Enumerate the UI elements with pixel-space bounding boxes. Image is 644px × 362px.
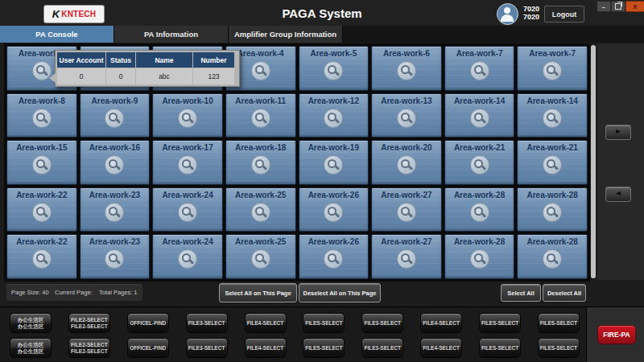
area-cell[interactable]: Area-work-20 [371, 140, 442, 185]
area-cell[interactable]: Area-work-13 [371, 93, 442, 138]
area-cell[interactable]: Area-work-15 [6, 140, 77, 185]
next-page-arrow-button[interactable]: ► [605, 125, 631, 140]
zone-preset-button[interactable]: FILE4-SELECT [420, 338, 462, 358]
zone-preset-button[interactable]: FILE3-SELECT [186, 313, 228, 333]
area-cell[interactable]: Area-work-14 [517, 93, 588, 138]
zone-preset-button[interactable]: FILE3-SELECT [361, 313, 403, 333]
zone-preset-button[interactable]: OFFICEL-FIND [127, 313, 169, 333]
area-cell[interactable]: Area-work-28 [444, 187, 515, 232]
magnifier-icon [397, 61, 416, 80]
area-cell[interactable]: Area-work-26 [299, 234, 369, 279]
logout-button[interactable]: Logout [544, 6, 584, 23]
area-cell[interactable]: Area-work-21 [517, 140, 588, 185]
area-cell[interactable]: Area-work-27 [371, 234, 442, 279]
zone-preset-button[interactable]: FILES-SELECT [538, 313, 580, 333]
area-cell[interactable]: Area-work-11 [225, 93, 296, 138]
select-all-on-page-button[interactable]: Select All on This Page [219, 283, 297, 302]
tooltip-header-user-account: User Account [57, 52, 105, 68]
close-button[interactable]: X [625, 1, 644, 12]
zone-preset-label: FILES-SELECT [305, 320, 342, 327]
area-cell[interactable]: Area-work-22 [6, 187, 77, 232]
zone-preset-label: FILES-SELECT [540, 320, 577, 327]
area-cell[interactable]: Area-work-23 [80, 234, 151, 279]
zone-preset-button[interactable]: FILE3-SELECT [361, 338, 403, 358]
fire-pa-button[interactable]: FIRE-PA [597, 325, 636, 344]
zone-preset-button[interactable]: FILES-SELECT [479, 313, 521, 333]
area-cell[interactable]: Area-work-24 [152, 187, 223, 232]
tab-amplifier-group-information[interactable]: Amplifier Group Information [229, 26, 343, 43]
zone-preset-button[interactable]: FILE2-SELECTFILE2-SELECT [68, 338, 110, 358]
area-cell[interactable]: Area-work-23 [80, 187, 151, 232]
magnifier-icon [32, 249, 52, 269]
zone-preset-button[interactable]: FILES-SELECT [538, 338, 580, 358]
area-cell[interactable]: Area-work-28 [517, 234, 588, 279]
area-cell[interactable]: Area-work-16 [80, 140, 151, 185]
area-cell[interactable]: Area-work-24 [152, 234, 223, 279]
area-cell[interactable]: Area-work-25 [225, 187, 296, 232]
zone-preset-button[interactable]: FILE4-SELECT [420, 313, 462, 333]
zone-preset-label: FILE2-SELECT [71, 342, 108, 348]
area-cell[interactable]: Area-work-7 [444, 46, 515, 91]
area-cell-label: Area-work-25 [235, 191, 286, 200]
tab-pa-information[interactable]: PA Information [114, 26, 229, 43]
zone-preset-label: 办公生活区 [18, 317, 44, 323]
zone-preset-button[interactable]: FILE4-SELECT [245, 313, 287, 333]
restore-icon [615, 3, 621, 10]
zone-preset-button[interactable]: FILES-SELECT [479, 338, 521, 358]
select-all-button[interactable]: Select All [501, 284, 541, 302]
magnifier-icon [543, 249, 562, 269]
area-cell[interactable]: Area-work-18 [225, 140, 296, 185]
user-id-line2: 7020 [523, 13, 539, 21]
restore-button[interactable] [611, 1, 625, 12]
zone-preset-button[interactable]: OFFICEL-FIND [127, 338, 169, 358]
area-cell[interactable]: Area-work-17 [152, 140, 223, 185]
area-cell[interactable]: Area-work-27 [371, 187, 442, 232]
magnifier-icon [251, 155, 270, 175]
area-cell-label: Area-work-28 [454, 237, 505, 246]
deselect-all-on-page-button[interactable]: Deselect All on This Page [299, 283, 381, 302]
zone-preset-label: FILES-SELECT [305, 345, 342, 352]
area-cell[interactable]: Area-work-8 [6, 93, 77, 138]
title-bar: K KNTECH PAGA System 7020 7020 Logout – … [0, 0, 644, 26]
prev-page-arrow-button[interactable]: ◄ [605, 187, 631, 202]
preset-row-1: 办公生活区办公生活区FILE2-SELECTFILE2-SELECTOFFICE… [10, 313, 580, 333]
magnifier-icon [543, 61, 562, 80]
area-cell[interactable]: Area-work-26 [299, 187, 369, 232]
area-cell[interactable]: Area-work-10 [152, 93, 223, 138]
zone-preset-button[interactable]: 办公生活区办公生活区 [10, 313, 52, 333]
area-cell[interactable]: Area-work-9 [80, 93, 151, 138]
area-cell[interactable]: Area-work-22 [6, 234, 77, 279]
area-cell[interactable]: Area-work-19 [299, 140, 369, 185]
area-cell[interactable]: Area-work-28 [444, 234, 515, 279]
zone-preset-button[interactable]: FILES-SELECT [303, 313, 345, 333]
area-cell-label: Area-work-17 [162, 143, 213, 152]
magnifier-icon [470, 249, 489, 269]
vertical-scrollbar[interactable] [591, 45, 596, 278]
area-cell[interactable]: Area-work-7 [517, 46, 588, 91]
magnifier-icon [32, 109, 52, 128]
area-cell-label: Area-work-18 [235, 143, 286, 152]
minimize-button[interactable]: – [597, 1, 611, 12]
area-cell[interactable]: Area-work-25 [225, 234, 296, 279]
magnifier-icon [251, 109, 270, 128]
area-cell[interactable]: Area-work-12 [299, 93, 369, 138]
area-cell-label: Area-work-24 [162, 191, 213, 200]
zone-preset-button[interactable]: FILE2-SELECTFILE2-SELECT [68, 313, 110, 333]
area-cell-label: Area-work-21 [527, 143, 578, 152]
magnifier-icon [178, 109, 197, 128]
tab-pa-console[interactable]: PA Console [0, 26, 114, 43]
magnifier-icon [324, 249, 343, 269]
zone-preset-button[interactable]: FILES-SELECT [303, 338, 345, 358]
area-cell-label: Area-work-7 [456, 49, 503, 58]
area-cell[interactable]: Area-work-6 [371, 46, 442, 91]
area-cell[interactable]: Area-work-28 [517, 187, 588, 232]
area-cell[interactable]: Area-work-5 [299, 46, 369, 91]
area-cell[interactable]: Area-work-14 [444, 93, 515, 138]
zone-preset-button[interactable]: FILE4-SELECT [245, 338, 287, 358]
magnifier-icon [470, 61, 489, 80]
area-cell[interactable]: Area-work-21 [444, 140, 515, 185]
zone-preset-button[interactable]: FILE3-SELECT [186, 338, 228, 358]
zone-preset-button[interactable]: 办公生活区办公生活区 [10, 338, 52, 358]
zone-preset-label: FILE3-SELECT [364, 345, 401, 352]
deselect-all-button[interactable]: Deselect All [543, 284, 586, 302]
